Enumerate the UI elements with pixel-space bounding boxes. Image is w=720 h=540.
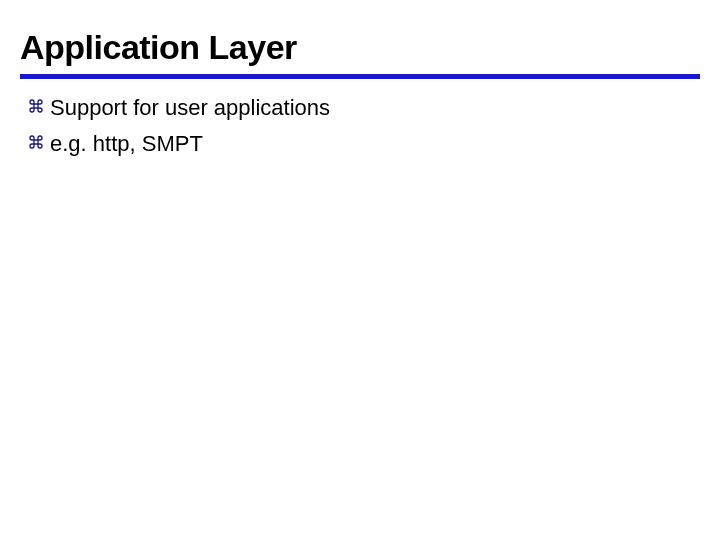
slide: Application Layer Support for user appli… [0,0,720,540]
command-icon [28,134,44,150]
slide-title: Application Layer [20,28,700,72]
bullet-text: Support for user applications [50,93,330,123]
command-icon [28,98,44,114]
list-item: e.g. http, SMPT [28,129,700,159]
bullet-text: e.g. http, SMPT [50,129,203,159]
list-item: Support for user applications [28,93,700,123]
title-underline [20,74,700,79]
bullet-list: Support for user applications e.g. http,… [20,93,700,158]
